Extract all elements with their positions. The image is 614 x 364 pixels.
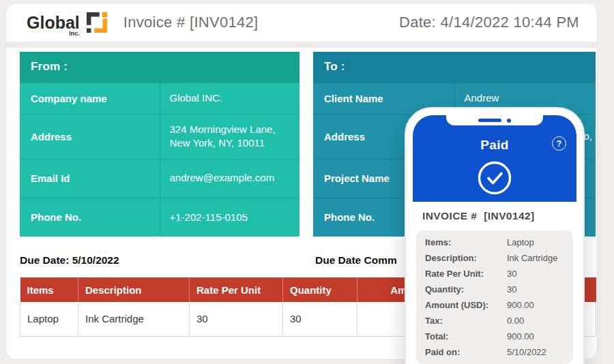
from-table-title: From : — [20, 52, 299, 82]
detail-label: Quantity: — [425, 284, 507, 294]
from-phone-label: Phone No. — [20, 198, 160, 237]
from-address-value: 324 Morningview Lane, New York, NY, 1001… — [160, 114, 299, 159]
from-address-label: Address — [20, 114, 160, 159]
phone-camera-icon — [507, 119, 511, 123]
list-item: Tax: 0.00 — [425, 313, 569, 329]
list-item: Quantity: 30 — [425, 282, 569, 297]
list-item: Description: Ink Cartridge — [425, 250, 569, 266]
list-item: Paid on: 5/10/2022 — [425, 344, 569, 360]
table-row: Address 324 Morningview Lane, New York, … — [20, 114, 299, 159]
header-divider — [6, 42, 597, 48]
detail-value: 30 — [507, 284, 516, 294]
logo-wordmark: Global Inc. — [27, 14, 80, 31]
detail-value: 30 — [507, 269, 516, 279]
invoice-number-title: Invoice # [INV0142] — [123, 14, 259, 31]
cell-rate: 30 — [190, 302, 283, 336]
from-phone-value: +1-202-115-0105 — [160, 198, 299, 237]
top-header: Global Inc. Invoice # [INV0142] Date: 4/… — [6, 3, 597, 42]
phone-invoice-number: [INV0142] — [484, 210, 534, 222]
phone-speaker-icon — [478, 119, 501, 122]
col-rate-per-unit: Rate Per Unit — [190, 277, 283, 302]
checkmark-circle-icon — [477, 160, 512, 196]
table-row: Company name Global INC. — [20, 82, 299, 114]
logo-subtext: Inc. — [69, 31, 80, 37]
logo-brackets-icon — [85, 11, 108, 34]
cell-quantity: 30 — [283, 302, 357, 336]
detail-label: Amount (USD): — [425, 300, 507, 310]
from-email-value: andrew@example.com — [160, 159, 299, 198]
phone-invoice-label: INVOICE # — [422, 210, 477, 222]
from-table: From : Company name Global INC. Address … — [20, 52, 299, 237]
detail-value: 5/10/2022 — [507, 347, 546, 357]
detail-value: 900.00 — [507, 331, 534, 342]
col-items: Items — [20, 277, 78, 302]
check-wrap — [413, 160, 576, 196]
detail-value: Laptop — [507, 237, 534, 247]
help-icon[interactable]: ? — [552, 136, 566, 151]
list-item: Items: Laptop — [425, 234, 569, 250]
invoice-date: Date: 4/14/2022 10:44 PM — [399, 14, 579, 31]
phone-invoice-line: INVOICE # [INV0142] — [413, 202, 576, 230]
detail-label: Total: — [425, 331, 507, 342]
company-logo: Global Inc. — [27, 11, 108, 34]
detail-value: 0.00 — [507, 316, 524, 326]
from-company-label: Company name — [20, 82, 160, 114]
from-email-label: Email Id — [20, 159, 160, 198]
list-item: Rate Per Unit: 30 — [425, 266, 569, 282]
phone-mockup: ? Paid INVOICE # [INV0142] Items: Laptop… — [405, 107, 585, 364]
logo-text: Global — [27, 13, 80, 32]
detail-label: Paid on: — [425, 347, 507, 357]
col-description: Description — [78, 277, 190, 302]
detail-value: Ink Cartridge — [507, 253, 557, 263]
due-date-text: Due Date: 5/10/2022 — [20, 254, 119, 266]
detail-label: Description: — [425, 253, 507, 263]
phone-screen: ? Paid INVOICE # [INV0142] Items: Laptop… — [413, 115, 576, 364]
detail-label: Tax: — [425, 316, 507, 326]
invoice-page: { "header": { "logo_text": "Global", "lo… — [0, 0, 614, 364]
from-company-value: Global INC. — [160, 82, 299, 114]
table-row: Phone No. +1-202-115-0105 — [20, 198, 299, 237]
list-item: Amount (USD): 900.00 — [425, 297, 569, 313]
due-date-comment-text: Due Date Comm — [315, 254, 397, 267]
col-quantity: Quantity — [283, 277, 357, 302]
cell-description: Ink Cartridge — [78, 302, 190, 336]
paid-status-panel: ? Paid — [413, 115, 576, 202]
detail-label: Rate Per Unit: — [425, 269, 507, 279]
phone-notch — [446, 115, 543, 125]
to-table-title: To : — [313, 52, 596, 82]
detail-label: Items: — [425, 237, 507, 247]
cell-items: Laptop — [20, 302, 78, 336]
list-item: Total: 900.00 — [425, 329, 569, 344]
table-row: Email Id andrew@example.com — [20, 159, 299, 198]
detail-value: 900.00 — [507, 300, 534, 310]
phone-details-panel: Items: Laptop Description: Ink Cartridge… — [416, 230, 573, 364]
